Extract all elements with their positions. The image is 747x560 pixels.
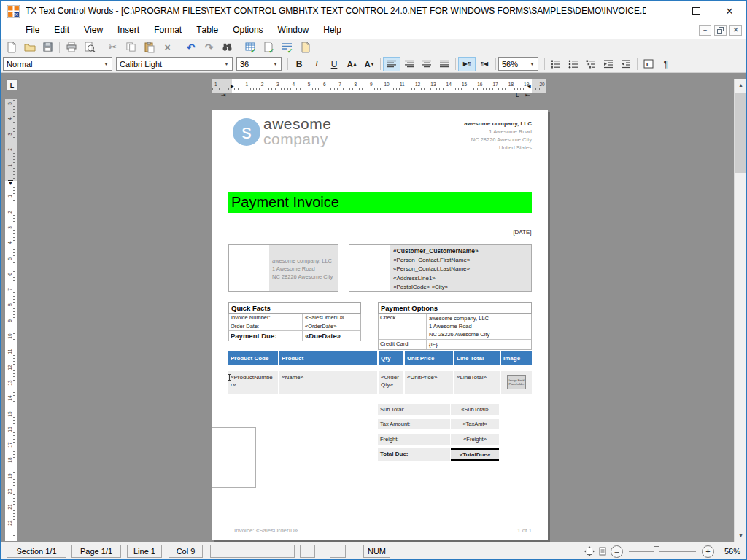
vertical-ruler[interactable]: 1234512345678910111213141516171819202122…: [5, 99, 17, 541]
formatting-marks-button[interactable]: ¶: [657, 57, 675, 71]
minimize-button[interactable]: –: [646, 1, 679, 21]
ruler-tick: [439, 88, 440, 90]
menu-item-insert[interactable]: Insert: [110, 21, 147, 39]
right-indent-marker[interactable]: ◀: [527, 83, 531, 88]
underline-button[interactable]: U: [325, 57, 343, 71]
open-button[interactable]: [20, 39, 39, 55]
tab-alignment-selector[interactable]: L: [7, 79, 18, 90]
status-col: Col 9: [169, 545, 203, 558]
h-ruler-number: 7: [336, 82, 344, 87]
mdi-minimize-button[interactable]: –: [699, 25, 711, 36]
ruler-tick: [13, 439, 15, 440]
scroll-up-button[interactable]: ▲: [735, 79, 746, 91]
totals-row: Tax Amount: «TaxAmt»: [378, 419, 499, 429]
decrease-indent-button[interactable]: [617, 57, 635, 71]
multilevel-list-button[interactable]: [582, 57, 600, 71]
insert-table-button[interactable]: ✓: [241, 39, 260, 55]
table-cell: «ProductNumber»: [228, 371, 278, 394]
fit-page-icon[interactable]: [584, 546, 595, 556]
row-label: Freight:: [378, 434, 450, 445]
menu-item-edit[interactable]: Edit: [47, 21, 77, 39]
merge-field: «DueDate»: [303, 331, 360, 341]
rtl-paragraph-button[interactable]: ¶◀: [476, 57, 493, 71]
delete-button[interactable]: ×: [158, 39, 177, 55]
close-button[interactable]: ✕: [713, 1, 746, 21]
zoom-slider-handle[interactable]: [654, 546, 659, 556]
ruler-tick: [13, 479, 15, 480]
insert-table-icon: ✓: [245, 42, 257, 53]
fit-width-icon[interactable]: [597, 546, 608, 556]
table-cell: awesome company, LLC 1 Awesome Road NC 2…: [269, 245, 338, 291]
h-ruler-number: 3: [274, 82, 282, 87]
page-check-button[interactable]: ✓: [260, 39, 278, 55]
bullet-list-button[interactable]: [565, 57, 582, 71]
shrink-font-button[interactable]: A▾: [360, 57, 378, 71]
ltr-paragraph-button[interactable]: ▶¶: [458, 57, 476, 71]
zoom-slider[interactable]: [629, 551, 696, 552]
pilcrow-icon: ¶: [664, 59, 668, 69]
text-frame-button[interactable]: L: [640, 57, 657, 71]
status-empty-panel: [300, 545, 315, 558]
style-combo[interactable]: Normal ▼: [3, 57, 112, 71]
italic-button[interactable]: I: [308, 57, 325, 71]
merge-field: «SubTotal»: [451, 404, 499, 415]
align-right-button[interactable]: [400, 57, 418, 71]
align-left-button[interactable]: [383, 57, 400, 71]
text-frame-icon: L: [643, 59, 654, 69]
mdi-close-button[interactable]: ✕: [729, 25, 742, 36]
menu-item-view[interactable]: View: [77, 21, 110, 39]
scroll-down-button[interactable]: ▼: [735, 529, 746, 542]
font-size-combo[interactable]: 36 ▼: [236, 57, 282, 71]
ruler-tick: [471, 88, 471, 90]
menu-item-file[interactable]: File: [18, 21, 47, 39]
empty-text-frame[interactable]: [212, 427, 256, 488]
ruler-tick: [13, 401, 15, 402]
font-combo[interactable]: Calibri Light ▼: [116, 57, 233, 71]
tab-stop-marker[interactable]: ⇥: [221, 93, 226, 98]
save-button[interactable]: [39, 39, 57, 55]
grow-font-button[interactable]: A▴: [343, 57, 360, 71]
bold-button[interactable]: B: [290, 57, 308, 71]
zoom-combo[interactable]: 56% ▼: [498, 57, 538, 71]
menu-item-options[interactable]: Options: [225, 21, 270, 39]
align-justify-button[interactable]: [436, 57, 453, 71]
blank-page-button[interactable]: [296, 39, 314, 55]
ruler-tick: [13, 532, 15, 532]
numbered-list-button[interactable]: [547, 57, 565, 71]
ruler-tick: [533, 88, 533, 90]
ruler-tick: [241, 88, 241, 90]
print-preview-button[interactable]: [80, 39, 98, 55]
copy-button[interactable]: [122, 39, 140, 55]
menu-item-window[interactable]: Window: [271, 21, 317, 39]
cut-button[interactable]: ✂: [104, 39, 122, 55]
menu-item-table[interactable]: Table: [189, 21, 225, 39]
tab-mark[interactable]: L: [516, 93, 519, 98]
zoom-in-button[interactable]: +: [702, 545, 714, 558]
blank-page-icon: [300, 42, 311, 53]
document-page[interactable]: s awesome company awesome company, LLC 1…: [212, 110, 548, 540]
text-check-button[interactable]: ✓: [278, 39, 296, 55]
print-button[interactable]: [62, 39, 80, 55]
vertical-scrollbar[interactable]: ▲ ▼: [734, 79, 746, 542]
top-margin-marker[interactable]: ▼: [8, 180, 13, 186]
horizontal-ruler[interactable]: 12345678910111213141516171819201 ▶ ◀: [212, 79, 546, 93]
zoom-out-button[interactable]: –: [611, 545, 623, 558]
ruler-tick: [13, 156, 15, 157]
new-document-button[interactable]: [2, 39, 20, 55]
ruler-tick: [13, 302, 15, 303]
menu-item-format[interactable]: Format: [147, 21, 189, 39]
undo-button[interactable]: ↶: [182, 39, 200, 55]
ruler-tick: [13, 218, 15, 219]
redo-button[interactable]: ↷: [200, 39, 218, 55]
first-line-indent-marker[interactable]: ▶: [231, 83, 234, 88]
align-center-button[interactable]: [418, 57, 436, 71]
tab-stop-marker[interactable]: ⇤: [525, 93, 530, 98]
scrollbar-thumb[interactable]: [735, 93, 746, 173]
maximize-button[interactable]: [679, 1, 713, 21]
increase-indent-button[interactable]: [600, 57, 617, 71]
menu-item-help[interactable]: Help: [316, 21, 349, 39]
paste-button[interactable]: [140, 39, 158, 55]
mdi-restore-button[interactable]: [714, 25, 727, 36]
find-button[interactable]: [218, 39, 236, 55]
ruler-tick: [253, 88, 254, 90]
